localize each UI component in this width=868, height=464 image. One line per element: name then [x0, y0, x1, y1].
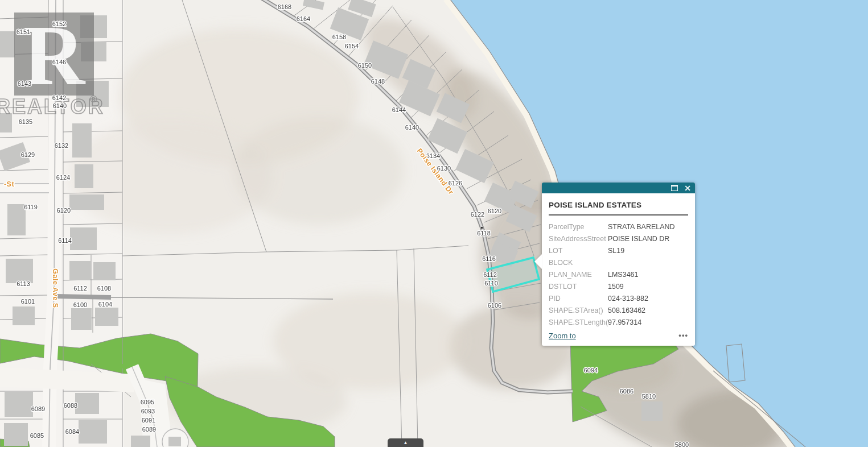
field-value: LMS3461	[608, 271, 639, 279]
street-name-label: Gale Ave S	[51, 268, 59, 308]
lot-number-label: 6124	[56, 174, 70, 181]
lot-number-label: 6122	[471, 211, 484, 218]
field-label: SHAPE.STLength()	[549, 318, 608, 326]
close-icon[interactable]: ✕	[684, 184, 691, 192]
map-application: R REALTOR ® 6168616461586154615061486144…	[0, 0, 868, 464]
field-row: PID024-313-882	[549, 292, 688, 304]
lot-number-label: 6101	[21, 298, 35, 305]
lot-number-label: 6116	[482, 255, 496, 262]
lot-number-label: 6114	[58, 237, 72, 244]
lot-number-label: 6143	[18, 80, 31, 87]
field-label: SiteAddressStreet	[549, 235, 608, 243]
field-row: SHAPE.STLength()97.957314	[549, 316, 688, 328]
lot-number-label: 6100	[73, 301, 87, 308]
lot-number-label: 6089	[142, 426, 156, 433]
lot-number-label: 5810	[642, 393, 656, 400]
maximize-icon[interactable]	[671, 185, 678, 191]
field-value: 97.957314	[608, 318, 641, 326]
lot-number-label: 6132	[55, 142, 68, 149]
field-value: 508.163462	[608, 306, 645, 314]
field-label: PID	[549, 295, 608, 303]
lot-number-label: 6119	[24, 204, 38, 210]
lot-number-label: 6151	[17, 28, 30, 35]
field-label: LOT	[549, 247, 608, 255]
field-value: STRATA BARELAND	[608, 223, 675, 231]
field-row: SHAPE.STArea()508.163462	[549, 304, 688, 316]
lot-number-label: 6106	[488, 302, 501, 309]
field-label: PLAN_NAME	[549, 271, 608, 279]
lot-number-label: 6108	[97, 285, 111, 292]
lot-number-label: 6094	[584, 367, 598, 374]
lot-number-label: 6140	[405, 124, 419, 131]
lot-number-label: 6084	[65, 428, 79, 435]
lot-number-label: 6158	[332, 34, 346, 40]
lot-number-label: 6093	[141, 408, 155, 415]
lot-number-label: 6113	[17, 280, 30, 287]
field-row: ParcelTypeSTRATA BARELAND	[549, 221, 688, 233]
more-options-button[interactable]: •••	[678, 333, 688, 338]
popup-fields: ParcelTypeSTRATA BARELANDSiteAddressStre…	[549, 221, 688, 328]
field-row: SiteAddressStreetPOISE ISLAND DR	[549, 233, 688, 245]
lot-number-label: 6150	[358, 62, 372, 69]
lot-number-label: 6112	[73, 285, 87, 292]
field-label: SHAPE.STArea()	[549, 306, 608, 314]
lot-number-label: 6118	[477, 230, 491, 237]
lot-number-label: 6086	[620, 388, 633, 395]
lot-number-label: 6110	[484, 280, 498, 287]
attribution-bar: ▲	[0, 447, 868, 464]
lot-number-label: 6129	[21, 151, 35, 158]
lot-number-label: 6140	[53, 102, 67, 109]
lot-number-label: 6089	[31, 405, 45, 412]
lot-number-label: 6120	[488, 208, 501, 214]
field-label: BLOCK	[549, 259, 608, 267]
field-value: 1509	[608, 283, 624, 291]
popup-title: POISE ISLAND ESTATES	[549, 199, 688, 216]
lot-number-label: 6148	[371, 78, 385, 85]
field-value: 024-313-882	[608, 295, 648, 303]
field-row: PLAN_NAMELMS3461	[549, 268, 688, 280]
lot-number-label: 6088	[64, 402, 77, 409]
lot-number-label: 6142	[52, 94, 66, 101]
field-label: ParcelType	[549, 223, 608, 231]
field-value: SL19	[608, 247, 624, 255]
lot-number-label: 6144	[392, 106, 406, 113]
street-name-label: -St	[4, 180, 15, 188]
map-canvas[interactable]: R REALTOR ® 6168616461586154615061486144…	[0, 0, 868, 447]
feature-popup: ✕ POISE ISLAND ESTATES ParcelTypeSTRATA …	[542, 183, 695, 346]
field-label: DSTLOT	[549, 283, 608, 291]
lot-number-label: 6112	[483, 271, 497, 278]
lot-number-label: 6120	[57, 207, 71, 214]
lot-number-label: 6154	[345, 43, 359, 49]
chevron-up-icon: ▲	[404, 441, 408, 445]
lot-number-label: 6104	[98, 301, 112, 308]
field-row: DSTLOT1509	[549, 280, 688, 292]
lot-number-label: 6152	[52, 20, 66, 27]
lot-number-label: 6091	[142, 417, 155, 424]
field-value: POISE ISLAND DR	[608, 235, 669, 243]
registered-symbol: ®	[90, 94, 97, 105]
lot-number-label: 6135	[19, 118, 32, 125]
lot-number-label: 5800	[675, 441, 689, 447]
popup-header: ✕	[542, 183, 695, 193]
popup-pointer	[534, 254, 542, 269]
lot-number-label: 6164	[297, 15, 310, 22]
attribution-toggle-button[interactable]: ▲	[388, 438, 423, 447]
lot-number-label: 6146	[52, 59, 66, 65]
lot-number-label: 6085	[30, 432, 44, 439]
lot-number-label: 6168	[278, 3, 291, 10]
lot-number-label: 6095	[141, 399, 154, 405]
field-row: BLOCK	[549, 256, 688, 268]
zoom-to-link[interactable]: Zoom to	[549, 332, 576, 340]
field-row: LOTSL19	[549, 245, 688, 256]
